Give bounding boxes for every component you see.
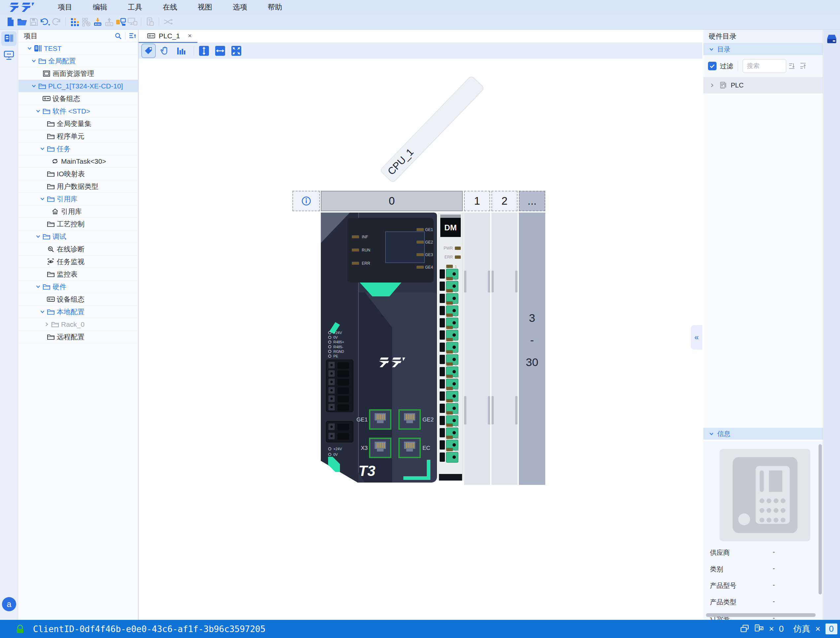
monitor-button[interactable] xyxy=(126,16,138,28)
chevron-down-icon[interactable] xyxy=(34,284,42,290)
user-avatar[interactable]: a xyxy=(2,597,16,611)
cpu-module-figure[interactable]: INFRUNERRGE1GE2GE3GE4+24V0VR485+R485-RGN… xyxy=(321,213,437,485)
expand-all-icon[interactable] xyxy=(797,62,808,70)
chevron-down-icon[interactable] xyxy=(34,108,42,115)
build-button[interactable] xyxy=(69,16,80,28)
rack-slot-range-column[interactable]: 3-30 xyxy=(519,213,545,485)
new-file-button[interactable] xyxy=(5,16,16,28)
tree-item-硬件[interactable]: 硬件 xyxy=(19,281,138,293)
tree-item-任务[interactable]: 任务 xyxy=(19,142,138,155)
rack-info-button[interactable] xyxy=(292,191,320,211)
tree-item-设备组态[interactable]: 设备组态 xyxy=(19,293,138,306)
close-icon[interactable]: × xyxy=(188,32,192,39)
status-bar: ClientID-0df4f46b-e0e0-43c6-af1f-3b96c35… xyxy=(0,620,840,638)
tree-item-IO映射表[interactable]: IO映射表 xyxy=(19,168,138,180)
windows-icon[interactable] xyxy=(740,624,749,634)
vertical-scrollbar[interactable] xyxy=(819,444,822,594)
sort-icon[interactable] xyxy=(127,32,138,39)
collapse-panel-handle[interactable]: « xyxy=(691,325,703,349)
search-input[interactable] xyxy=(743,59,786,73)
tree-item-调试[interactable]: 调试 xyxy=(19,231,138,243)
chevron-down-icon[interactable] xyxy=(38,309,46,315)
chevron-down-icon[interactable] xyxy=(38,145,46,152)
open-project-button[interactable] xyxy=(16,16,28,28)
chevron-down-icon[interactable] xyxy=(25,45,33,52)
tree-item-全局变量集[interactable]: 全局变量集 xyxy=(19,117,138,130)
pan-button[interactable] xyxy=(158,44,171,57)
fit-vertical-button[interactable] xyxy=(197,44,211,57)
device-button[interactable] xyxy=(144,16,156,28)
rack-slot-header-2[interactable]: 2 xyxy=(491,191,518,211)
rack-slot-header-1[interactable]: 1 xyxy=(464,191,490,211)
tree-item-在线诊断[interactable]: 在线诊断 xyxy=(19,243,138,256)
upload-plc-button[interactable] xyxy=(103,16,115,28)
statistics-button[interactable] xyxy=(174,44,188,57)
menu-编辑[interactable]: 编辑 xyxy=(82,0,117,14)
save-button[interactable] xyxy=(28,16,39,28)
rack-slot-column-2[interactable] xyxy=(491,213,518,485)
swap-button[interactable] xyxy=(162,16,174,28)
plc-module-icon xyxy=(718,82,728,89)
tree-item-TEST[interactable]: TEST xyxy=(19,42,138,55)
info-field-产品类型: 产品类型- xyxy=(710,598,816,606)
select-tag-button[interactable] xyxy=(142,44,155,57)
tree-item-全局配置[interactable]: 全局配置 xyxy=(19,55,138,67)
rack-slot-header-0[interactable]: 0 xyxy=(321,191,463,211)
connect-device-button[interactable] xyxy=(115,16,126,28)
tree-item-本地配置[interactable]: 本地配置 xyxy=(19,306,138,318)
fit-screen-button[interactable] xyxy=(230,44,243,57)
tab-plc-1[interactable]: PLC_1 × xyxy=(139,30,197,43)
chevron-down-icon[interactable] xyxy=(30,58,38,64)
tree-item-MainTask<30>[interactable]: MainTask<30> xyxy=(19,155,138,168)
hardware-catalog-rail-icon[interactable] xyxy=(825,32,839,46)
tree-item-监控表[interactable]: 监控表 xyxy=(19,268,138,281)
horizontal-scrollbar[interactable] xyxy=(706,613,816,617)
tree-item-用户数据类型[interactable]: 用户数据类型 xyxy=(19,180,138,193)
chevron-down-icon[interactable] xyxy=(34,233,42,240)
chevron-right-icon[interactable] xyxy=(43,321,51,328)
chevron-down-icon[interactable] xyxy=(38,196,46,202)
tree-item-任务监视[interactable]: 任务监视 xyxy=(19,256,138,268)
tree-item-引用库[interactable]: 引用库 xyxy=(19,193,138,205)
catalog-item-plc[interactable]: PLC xyxy=(703,77,823,93)
dm-module-figure[interactable]: DMPWRERR12345678910111213141516 xyxy=(437,213,463,485)
menu-在线[interactable]: 在线 xyxy=(153,0,188,14)
tree-item-label: 引用库 xyxy=(57,194,77,204)
redo-button[interactable] xyxy=(51,16,62,28)
info-section-header[interactable]: 信息 xyxy=(703,428,823,440)
catalog-section-header[interactable]: 目录 xyxy=(703,43,823,55)
menu-项目[interactable]: 项目 xyxy=(47,0,82,14)
menu-工具[interactable]: 工具 xyxy=(117,0,153,14)
search-icon[interactable] xyxy=(112,32,124,39)
filter-checkbox[interactable] xyxy=(708,62,717,70)
tree-item-软件 <STD>[interactable]: 软件 <STD> xyxy=(19,105,138,117)
build-all-button[interactable] xyxy=(80,16,92,28)
rack-slot-column-1[interactable] xyxy=(464,213,490,485)
catalog-item-label: PLC xyxy=(731,82,744,89)
tree-item-label: 任务 xyxy=(57,144,71,153)
rail-tab-project[interactable] xyxy=(1,32,16,46)
menu-选项[interactable]: 选项 xyxy=(223,0,257,14)
menu-帮助[interactable]: 帮助 xyxy=(257,0,292,14)
menu-视图[interactable]: 视图 xyxy=(188,0,223,14)
download-plc-button[interactable] xyxy=(92,16,103,28)
tree-item-Rack_0[interactable]: Rack_0 xyxy=(19,318,138,331)
catalog-section-title: 目录 xyxy=(717,45,730,54)
tree-item-工艺控制[interactable]: 工艺控制 xyxy=(19,218,138,231)
tree-item-远程配置[interactable]: 远程配置 xyxy=(19,331,138,343)
tree-item-画面资源管理[interactable]: 画面资源管理 xyxy=(19,67,138,80)
tree-item-引用库[interactable]: 引用库 xyxy=(19,205,138,218)
svg-text:9: 9 xyxy=(455,362,457,366)
rack-slot-header-...[interactable]: ... xyxy=(519,191,545,211)
tree-item-PLC_1[T324-XE-CD-10][interactable]: PLC_1[T324-XE-CD-10] xyxy=(19,80,138,92)
tree-item-程序单元[interactable]: 程序单元 xyxy=(19,130,138,142)
fit-horizontal-button[interactable] xyxy=(213,44,227,57)
chevron-spacer xyxy=(43,208,51,215)
undo-button[interactable] xyxy=(39,16,51,28)
chevron-down-icon[interactable] xyxy=(30,83,38,90)
collapse-all-icon[interactable] xyxy=(786,62,797,70)
device-check-icon[interactable] xyxy=(754,624,764,634)
cpu-device-label[interactable]: CPU_1 xyxy=(380,75,485,183)
tree-item-设备组态[interactable]: 设备组态 xyxy=(19,92,138,105)
rail-tab-devices[interactable] xyxy=(1,49,16,63)
